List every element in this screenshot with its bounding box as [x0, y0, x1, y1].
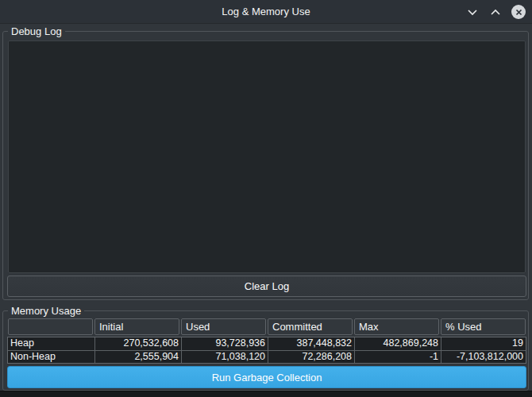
- chevron-up-icon: [490, 5, 501, 19]
- debug-log-group: Debug Log Clear Log: [2, 31, 529, 300]
- cell-nonheap-max[interactable]: -1: [354, 351, 441, 363]
- memory-table-header-row: Initial Used Committed Max % Used: [7, 318, 526, 337]
- window-title: Log & Memory Use: [222, 6, 310, 17]
- cell-heap-name[interactable]: Heap: [8, 337, 94, 350]
- header-cell-blank[interactable]: [7, 318, 94, 337]
- memory-usage-group-label: Memory Usage: [8, 305, 84, 318]
- cell-heap-initial[interactable]: 270,532,608: [94, 337, 181, 350]
- header-cell-max[interactable]: Max: [353, 318, 440, 337]
- header-cell-initial[interactable]: Initial: [94, 318, 180, 337]
- header-cell-used[interactable]: Used: [180, 318, 267, 337]
- header-cell-percent-used[interactable]: % Used: [440, 318, 526, 337]
- cell-heap-percent[interactable]: 19: [441, 337, 526, 350]
- memory-usage-group: Memory Usage Initial Used Committed Max …: [2, 310, 529, 391]
- close-button[interactable]: [511, 5, 526, 19]
- table-row-nonheap[interactable]: Non-Heap 2,555,904 71,038,120 72,286,208…: [8, 350, 526, 363]
- titlebar[interactable]: Log & Memory Use: [0, 0, 532, 24]
- debug-log-textarea[interactable]: [8, 40, 526, 273]
- memory-table: Initial Used Committed Max % Used Heap 2…: [7, 318, 526, 364]
- cell-heap-used[interactable]: 93,728,936: [181, 337, 268, 350]
- cell-nonheap-initial[interactable]: 2,555,904: [94, 351, 181, 363]
- cell-nonheap-percent[interactable]: -7,103,812,000: [441, 351, 526, 363]
- header-cell-committed[interactable]: Committed: [267, 318, 353, 337]
- cell-nonheap-used[interactable]: 71,038,120: [181, 351, 268, 363]
- debug-log-group-label: Debug Log: [8, 25, 65, 38]
- maximize-button[interactable]: [488, 5, 503, 19]
- cell-heap-committed[interactable]: 387,448,832: [268, 337, 354, 350]
- run-garbage-collection-button[interactable]: Run Garbage Collection: [7, 366, 526, 388]
- table-row-heap[interactable]: Heap 270,532,608 93,728,936 387,448,832 …: [8, 337, 526, 350]
- cell-heap-max[interactable]: 482,869,248: [354, 337, 441, 350]
- chevron-down-icon: [467, 5, 478, 19]
- titlebar-controls: [465, 0, 526, 24]
- close-icon: [511, 5, 526, 19]
- clear-log-button[interactable]: Clear Log: [7, 276, 526, 297]
- app-window: Log & Memory Use Debug Log Clear Log: [0, 0, 532, 391]
- cell-nonheap-committed[interactable]: 72,286,208: [268, 351, 354, 363]
- minimize-button[interactable]: [465, 5, 480, 19]
- cell-nonheap-name[interactable]: Non-Heap: [8, 351, 94, 363]
- memory-table-body: Heap 270,532,608 93,728,936 387,448,832 …: [7, 337, 526, 364]
